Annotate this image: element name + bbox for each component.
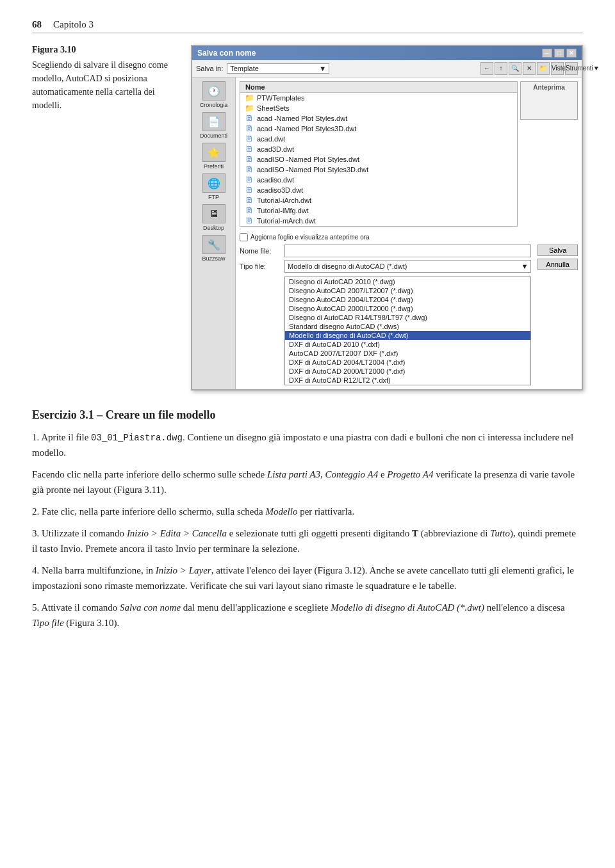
step-4-number: 4. (32, 565, 42, 575)
cancel-button[interactable]: Annulla (537, 259, 578, 270)
dwt-icon: 🖹 (244, 114, 254, 123)
new-folder-icon-btn[interactable]: 📁 (537, 62, 550, 75)
dwt-icon: 🖹 (244, 134, 254, 143)
sidebar-item-preferiti[interactable]: ⭐ Preferiti (195, 143, 233, 170)
tools-dropdown-btn[interactable]: Strumenti▼ (565, 62, 578, 75)
sidebar-item-buzzsaw[interactable]: 🔧 Buzzsaw (195, 235, 233, 262)
desktop-label: Desktop (203, 225, 224, 231)
dropdown-option-9[interactable]: AutoCAD 2007/LT2007 DXF (*.dxf) (285, 349, 530, 358)
dwt-icon: 🖹 (244, 155, 254, 164)
step-2-number: 2. (32, 506, 42, 517)
list-item[interactable]: 🖹 Tutorial-iMfg.dwt (240, 205, 517, 216)
dropdown-option-1[interactable]: Disegno di AutoCAD 2010 (*.dwg) (285, 277, 530, 286)
list-item[interactable]: 🖹 acadISO -Named Plot Styles3D.dwt (240, 165, 517, 175)
dropdown-option-2[interactable]: Disegno AutoCAD 2007/LT2007 (*.dwg) (285, 286, 530, 295)
dwt-icon: 🖹 (244, 186, 254, 195)
dwt-icon: 🖹 (244, 206, 254, 215)
delete-icon-btn[interactable]: ✕ (523, 62, 536, 75)
dialog-titlebar-buttons: ─ □ ✕ (542, 49, 577, 58)
item-name: acadISO -Named Plot Styles3D.dwt (257, 166, 368, 173)
item-name: Tutorial-iArch.dwt (257, 197, 311, 204)
step-facendo: Facendo clic nella parte inferiore dello… (32, 467, 583, 497)
dialog-main: Nome 📁 PTWTemplates 📁 S (236, 77, 582, 389)
T-bold: T (412, 528, 418, 538)
step-4: 4. Nella barra multifunzione, in Inizio … (32, 563, 583, 593)
update-preview-checkbox[interactable] (240, 233, 248, 241)
item-name: Tutorial-iMfg.dwt (257, 207, 309, 214)
filename-input[interactable] (284, 245, 531, 257)
step-5: 5. Attivate il comando Salva con nome da… (32, 600, 583, 631)
list-item[interactable]: 🖹 acadiso3D.dwt (240, 185, 517, 195)
sidebar-item-ftp[interactable]: 🌐 FTP (195, 173, 233, 200)
dropdown-option-7[interactable]: Modello di disegno di AutoCAD (*.dwt) (285, 331, 530, 340)
maximize-button[interactable]: □ (554, 49, 564, 58)
item-name: acad3D.dwt (257, 145, 294, 153)
list-item[interactable]: 🖹 acad -Named Plot Styles3D.dwt (240, 124, 517, 134)
filetype-row: Tipo file: Modello di disegno di AutoCAD… (240, 260, 531, 273)
conteggio-italic: Conteggio A4 (325, 469, 379, 479)
list-item[interactable]: 🖹 acad -Named Plot Styles.dwt (240, 113, 517, 124)
save-dialog: Salva con nome ─ □ ✕ Salva in: Template … (191, 45, 583, 390)
views-dropdown-btn[interactable]: Viste▼ (551, 62, 564, 75)
step-2-text: Fate clic, nella parte inferiore dello s… (42, 506, 354, 517)
dropdown-option-11[interactable]: DXF di AutoCAD 2000/LT2000 (*.dxf) (285, 367, 530, 376)
preferiti-label: Preferiti (204, 163, 224, 170)
dropdown-option-5[interactable]: Disegno di AutoCAD R14/LT98/LT97 (*.dwg) (285, 313, 530, 322)
dwt-icon: 🖹 (244, 124, 254, 133)
file-list: Nome 📁 PTWTemplates 📁 S (240, 81, 518, 227)
ftp-icon: 🌐 (202, 173, 226, 193)
up-button[interactable]: ↑ (495, 62, 507, 75)
save-in-value: Template (230, 65, 259, 72)
sidebar-item-desktop[interactable]: 🖥 Desktop (195, 204, 233, 231)
dropdown-option-4[interactable]: Disegno AutoCAD 2000/LT2000 (*.dwg) (285, 304, 530, 313)
filetype-dropdown[interactable]: Modello di disegno di AutoCAD (*.dwt) ▼ (284, 260, 531, 273)
section-title: Esercizio 3.1 – Creare un file modello (32, 408, 583, 422)
step-3-text: Utilizzate il comando Inizio > Edita > C… (32, 528, 576, 554)
list-item[interactable]: 📁 SheetSets (240, 103, 517, 113)
dropdown-option-8[interactable]: DXF di AutoCAD 2010 (*.dxf) (285, 340, 530, 349)
step-2: 2. Fate clic, nella parte inferiore dell… (32, 504, 583, 519)
buzzsaw-label: Buzzsaw (202, 255, 225, 262)
file-list-area: Nome 📁 PTWTemplates 📁 S (240, 81, 518, 230)
cronologia-icon: 🕐 (202, 81, 226, 100)
list-item[interactable]: 🖹 acadISO -Named Plot Styles.dwt (240, 154, 517, 165)
lista-parti-italic: Lista parti A3 (267, 469, 320, 479)
dialog-buttons: Salva Annulla (537, 245, 578, 385)
documenti-icon: 📄 (202, 112, 226, 131)
list-item[interactable]: 🖹 Tutorial-mArch.dwt (240, 216, 517, 226)
list-item[interactable]: 🖹 Tutorial-iArch.dwt (240, 195, 517, 205)
page-header: 68 Capitolo 3 (32, 19, 583, 33)
page: 68 Capitolo 3 Figura 3.10 Scegliendo di … (0, 0, 615, 868)
search-icon-btn[interactable]: 🔍 (509, 62, 521, 75)
figure-caption-text: Scegliendo di salvare il disegno come mo… (32, 58, 173, 112)
folder-icon: 📁 (244, 93, 254, 102)
save-button[interactable]: Salva (537, 245, 578, 256)
list-item[interactable]: 🖹 acad.dwt (240, 134, 517, 144)
close-button[interactable]: ✕ (566, 49, 577, 58)
dialog-title: Salva con nome (197, 49, 256, 58)
main-content: Esercizio 3.1 – Creare un file modello 1… (32, 408, 583, 631)
save-in-dropdown[interactable]: Template ▼ (227, 63, 329, 74)
preview-area: Anteprima (520, 81, 578, 120)
list-item[interactable]: 📁 PTWTemplates (240, 93, 517, 103)
tipo-file-italic: Tipo file (32, 618, 64, 628)
step-3-number: 3. (32, 528, 42, 538)
minimize-button[interactable]: ─ (542, 49, 552, 58)
sidebar-item-cronologia[interactable]: 🕐 Cronologia (195, 81, 233, 108)
dropdown-option-3[interactable]: Disegno AutoCAD 2004/LT2004 (*.dwg) (285, 295, 530, 304)
modello-italic: Modello (265, 506, 297, 517)
dropdown-option-12[interactable]: DXF di AutoCAD R12/LT2 (*.dxf) (285, 376, 530, 385)
dwt-icon: 🖹 (244, 175, 254, 184)
sidebar-item-documenti[interactable]: 📄 Documenti (195, 112, 233, 139)
step-0-code: 03_01_Piastra.dwg (91, 433, 183, 443)
checkbox-row: Aggiorna foglio e visualizza anteprime o… (240, 233, 578, 241)
dropdown-option-6[interactable]: Standard disegno AutoCAD (*.dws) (285, 322, 530, 331)
back-button[interactable]: ← (480, 62, 493, 75)
list-item[interactable]: 🖹 acadiso.dwt (240, 175, 517, 185)
list-item[interactable]: 🖹 acad3D.dwt (240, 144, 517, 154)
dialog-sidebar: 🕐 Cronologia 📄 Documenti ⭐ Preferiti (192, 77, 236, 389)
filetype-dropdown-arrow: ▼ (521, 262, 528, 270)
dialog-toolbar: Salva in: Template ▼ ← ↑ 🔍 ✕ 📁 Viste▼ (192, 60, 582, 77)
dropdown-option-10[interactable]: DXF di AutoCAD 2004/LT2004 (*.dxf) (285, 358, 530, 367)
views-label: Viste (552, 65, 566, 72)
